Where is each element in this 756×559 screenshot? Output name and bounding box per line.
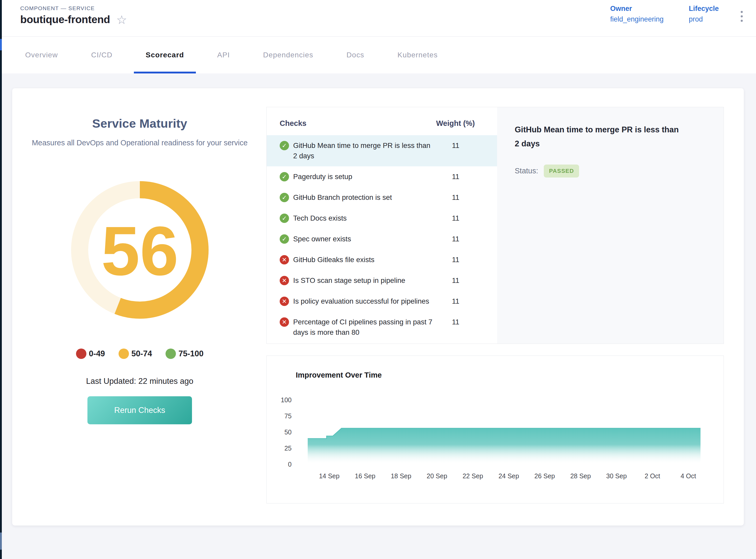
tab-api[interactable]: API — [217, 37, 230, 73]
y-tick-label: 50 — [284, 428, 292, 436]
check-row[interactable]: ✕GitHub Gitleaks file exists11 — [267, 249, 497, 270]
check-name: Spec owner exists — [293, 234, 435, 244]
checks-list: Checks Weight (%) ✓GitHub Mean time to m… — [267, 107, 497, 343]
x-tick-label: 4 Oct — [681, 472, 696, 479]
status-label: Status: — [515, 166, 538, 175]
x-tick-label: 26 Sep — [534, 472, 555, 479]
improvement-chart-card: Improvement Over Time 025507510014 Sep16… — [267, 356, 724, 504]
x-tick-label: 30 Sep — [606, 472, 627, 479]
improvement-area-chart: 025507510014 Sep16 Sep18 Sep20 Sep22 Sep… — [267, 356, 724, 503]
check-weight: 11 — [435, 275, 488, 286]
lifecycle-value: prod — [689, 15, 719, 23]
legend-item: 75-100 — [165, 349, 204, 359]
checks-column-header: Checks — [280, 119, 436, 128]
check-passed-icon: ✓ — [280, 193, 289, 202]
check-passed-icon: ✓ — [280, 214, 289, 223]
tab-kubernetes[interactable]: Kubernetes — [397, 37, 438, 73]
check-row[interactable]: ✓GitHub Mean time to merge PR is less th… — [267, 135, 497, 166]
collapsed-sidenav — [0, 0, 2, 559]
x-tick-label: 22 Sep — [463, 472, 483, 479]
lifecycle-block: Lifecycle prod — [689, 5, 719, 23]
x-tick-label: 2 Oct — [645, 472, 660, 479]
check-passed-icon: ✓ — [280, 172, 289, 181]
maturity-gauge: 56 — [12, 177, 267, 322]
check-name: GitHub Branch protection is set — [293, 192, 435, 203]
check-row[interactable]: ✓Pagerduty is setup11 — [267, 166, 497, 187]
tab-docs[interactable]: Docs — [346, 37, 364, 73]
check-weight: 11 — [435, 213, 488, 223]
legend-label: 75-100 — [179, 349, 204, 358]
scorecard-title: Service Maturity — [12, 116, 267, 131]
check-detail-panel: GitHub Mean time to merge PR is less tha… — [497, 107, 724, 343]
area-series — [308, 428, 701, 464]
y-tick-label: 25 — [284, 445, 292, 452]
legend-label: 50-74 — [132, 349, 152, 358]
owner-block: Owner field_engineering — [610, 5, 664, 23]
service-maturity-section: Service Maturity Measures all DevOps and… — [12, 88, 267, 526]
x-tick-label: 28 Sep — [570, 472, 591, 479]
y-tick-label: 75 — [284, 412, 292, 420]
check-failed-icon: ✕ — [280, 297, 289, 306]
owner-label: Owner — [610, 5, 664, 13]
x-tick-label: 14 Sep — [319, 472, 339, 479]
check-row[interactable]: ✕Is STO scan stage setup in pipeline11 — [267, 270, 497, 291]
status-badge: PASSED — [544, 164, 579, 178]
x-tick-label: 20 Sep — [427, 472, 447, 479]
legend-dot-icon — [119, 349, 129, 359]
score-legend: 0-4950-7475-100 — [12, 349, 267, 359]
check-weight: 11 — [435, 192, 488, 203]
check-row[interactable]: ✕Percentage of CI pipelines passing in p… — [267, 312, 497, 343]
y-tick-label: 0 — [288, 461, 292, 468]
gauge-score: 56 — [101, 212, 178, 290]
legend-item: 0-49 — [76, 349, 105, 359]
lifecycle-label: Lifecycle — [689, 5, 719, 13]
check-name: Tech Docs exists — [293, 213, 435, 223]
check-weight: 11 — [435, 296, 488, 307]
content-area: Service Maturity Measures all DevOps and… — [2, 73, 756, 559]
last-updated-text: Last Updated: 22 minutes ago — [12, 377, 267, 386]
legend-dot-icon — [76, 349, 86, 359]
legend-dot-icon — [165, 349, 176, 359]
scorecard-subtitle: Measures all DevOps and Operational read… — [26, 137, 254, 148]
check-status-row: Status: PASSED — [515, 164, 708, 178]
check-weight: 11 — [435, 234, 488, 244]
legend-item: 50-74 — [119, 349, 152, 359]
check-failed-icon: ✕ — [280, 255, 289, 265]
sidenav-active-indicator — [0, 39, 2, 50]
check-weight: 11 — [435, 140, 488, 151]
check-weight: 11 — [435, 172, 488, 182]
check-weight: 11 — [435, 317, 488, 327]
y-tick-label: 100 — [281, 396, 292, 404]
page-title: boutique-frontend — [20, 14, 110, 26]
kebab-menu-icon[interactable] — [739, 9, 744, 23]
check-failed-icon: ✕ — [280, 317, 289, 327]
check-weight: 11 — [435, 254, 488, 265]
checks-list-header: Checks Weight (%) — [267, 118, 497, 129]
check-row[interactable]: ✕Is policy evaluation successful for pip… — [267, 291, 497, 312]
tab-scorecard[interactable]: Scorecard — [146, 37, 184, 73]
legend-label: 0-49 — [89, 349, 105, 358]
check-rows: ✓GitHub Mean time to merge PR is less th… — [267, 135, 497, 343]
tab-dependencies[interactable]: Dependencies — [263, 37, 313, 73]
page-header: COMPONENT — SERVICE boutique-frontend ☆ … — [2, 0, 756, 37]
check-row[interactable]: ✓GitHub Branch protection is set11 — [267, 187, 497, 208]
x-tick-label: 16 Sep — [355, 472, 375, 479]
check-name: Percentage of CI pipelines passing in pa… — [293, 317, 435, 338]
scorecard-card: Service Maturity Measures all DevOps and… — [12, 88, 744, 526]
breadcrumb: COMPONENT — SERVICE — [20, 5, 95, 12]
check-row[interactable]: ✓Tech Docs exists11 — [267, 208, 497, 229]
rerun-checks-button[interactable]: Rerun Checks — [87, 396, 192, 424]
tab-overview[interactable]: Overview — [25, 37, 58, 73]
title-row: boutique-frontend ☆ — [20, 14, 127, 26]
check-name: GitHub Gitleaks file exists — [293, 254, 435, 265]
sidenav-bottom-indicator — [0, 533, 2, 550]
owner-value-link[interactable]: field_engineering — [610, 15, 664, 23]
checks-panel: Checks Weight (%) ✓GitHub Mean time to m… — [267, 107, 724, 344]
x-tick-label: 24 Sep — [498, 472, 519, 479]
favorite-star-icon[interactable]: ☆ — [116, 14, 127, 26]
weight-column-header: Weight (%) — [436, 119, 489, 128]
tab-bar: OverviewCI/CDScorecardAPIDependenciesDoc… — [2, 37, 756, 73]
tab-ci-cd[interactable]: CI/CD — [91, 37, 112, 73]
check-row[interactable]: ✓Spec owner exists11 — [267, 229, 497, 249]
check-passed-icon: ✓ — [280, 141, 289, 150]
